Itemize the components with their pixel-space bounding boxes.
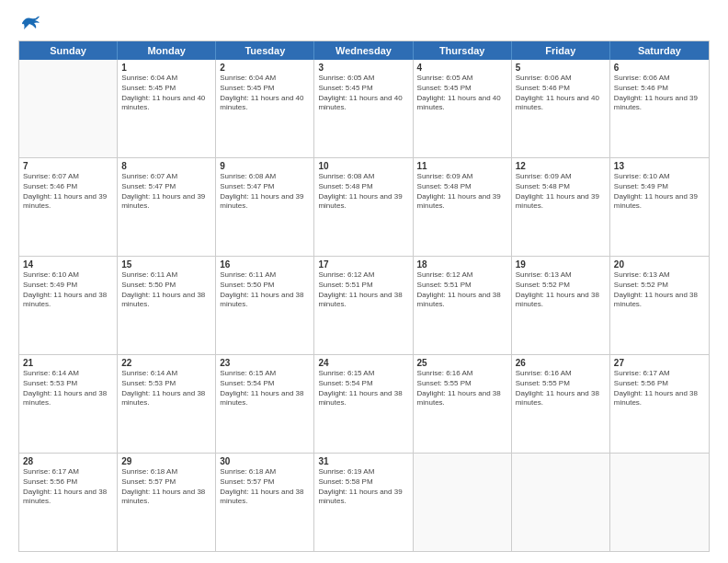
day-info: Sunrise: 6:09 AM Sunset: 5:48 PM Dayligh…	[516, 172, 606, 212]
day-info: Sunrise: 6:13 AM Sunset: 5:52 PM Dayligh…	[516, 270, 606, 310]
calendar-row: 28Sunrise: 6:17 AM Sunset: 5:56 PM Dayli…	[19, 453, 709, 551]
day-number: 29	[121, 456, 211, 466]
table-row: 19Sunrise: 6:13 AM Sunset: 5:52 PM Dayli…	[512, 257, 610, 354]
day-info: Sunrise: 6:12 AM Sunset: 5:51 PM Dayligh…	[417, 270, 507, 310]
table-row: 24Sunrise: 6:15 AM Sunset: 5:54 PM Dayli…	[314, 355, 413, 453]
day-number: 30	[220, 456, 310, 466]
page-header	[18, 15, 710, 31]
table-row: 8Sunrise: 6:07 AM Sunset: 5:47 PM Daylig…	[118, 158, 216, 256]
table-row: 16Sunrise: 6:11 AM Sunset: 5:50 PM Dayli…	[216, 257, 314, 354]
day-number: 14	[23, 259, 113, 270]
day-number: 19	[516, 259, 606, 270]
day-info: Sunrise: 6:07 AM Sunset: 5:47 PM Dayligh…	[121, 172, 211, 212]
table-row: 28Sunrise: 6:17 AM Sunset: 5:56 PM Dayli…	[19, 454, 118, 551]
table-row: 4Sunrise: 6:05 AM Sunset: 5:45 PM Daylig…	[414, 60, 512, 157]
table-row: 14Sunrise: 6:10 AM Sunset: 5:49 PM Dayli…	[19, 257, 118, 354]
day-of-week-header: Saturday	[610, 41, 709, 60]
day-number: 20	[614, 259, 705, 270]
table-row: 1Sunrise: 6:04 AM Sunset: 5:45 PM Daylig…	[118, 60, 216, 157]
day-of-week-header: Wednesday	[314, 41, 413, 60]
table-row: 7Sunrise: 6:07 AM Sunset: 5:46 PM Daylig…	[19, 158, 118, 256]
day-number: 27	[614, 358, 705, 368]
day-info: Sunrise: 6:18 AM Sunset: 5:57 PM Dayligh…	[220, 467, 310, 507]
day-number: 10	[318, 161, 408, 171]
day-number: 12	[516, 161, 606, 171]
day-number: 17	[318, 259, 408, 270]
day-of-week-header: Sunday	[19, 41, 118, 60]
day-info: Sunrise: 6:12 AM Sunset: 5:51 PM Dayligh…	[318, 270, 408, 310]
table-row: 22Sunrise: 6:14 AM Sunset: 5:53 PM Dayli…	[118, 355, 216, 453]
day-number: 24	[318, 358, 408, 368]
day-info: Sunrise: 6:14 AM Sunset: 5:53 PM Dayligh…	[121, 369, 211, 408]
day-number: 21	[23, 358, 113, 368]
calendar-row: 7Sunrise: 6:07 AM Sunset: 5:46 PM Daylig…	[19, 157, 709, 256]
day-number: 28	[23, 456, 113, 466]
day-of-week-header: Tuesday	[216, 41, 314, 60]
day-info: Sunrise: 6:15 AM Sunset: 5:54 PM Dayligh…	[318, 369, 408, 408]
day-info: Sunrise: 6:04 AM Sunset: 5:45 PM Dayligh…	[121, 74, 211, 113]
day-info: Sunrise: 6:11 AM Sunset: 5:50 PM Dayligh…	[220, 270, 310, 310]
table-row: 23Sunrise: 6:15 AM Sunset: 5:54 PM Dayli…	[216, 355, 314, 453]
calendar-row: 1Sunrise: 6:04 AM Sunset: 5:45 PM Daylig…	[19, 60, 709, 157]
day-info: Sunrise: 6:10 AM Sunset: 5:49 PM Dayligh…	[614, 172, 705, 212]
day-info: Sunrise: 6:19 AM Sunset: 5:58 PM Dayligh…	[318, 467, 408, 507]
day-number: 6	[614, 63, 705, 73]
table-row: 26Sunrise: 6:16 AM Sunset: 5:55 PM Dayli…	[512, 355, 610, 453]
day-number: 31	[318, 456, 408, 466]
day-info: Sunrise: 6:11 AM Sunset: 5:50 PM Dayligh…	[121, 270, 211, 310]
calendar-page: SundayMondayTuesdayWednesdayThursdayFrid…	[0, 0, 728, 563]
table-row: 13Sunrise: 6:10 AM Sunset: 5:49 PM Dayli…	[610, 158, 709, 256]
logo	[18, 15, 40, 31]
day-number: 13	[614, 161, 705, 171]
day-info: Sunrise: 6:08 AM Sunset: 5:48 PM Dayligh…	[318, 172, 408, 212]
table-row: 3Sunrise: 6:05 AM Sunset: 5:45 PM Daylig…	[314, 60, 413, 157]
day-number: 25	[417, 358, 507, 368]
day-info: Sunrise: 6:09 AM Sunset: 5:48 PM Dayligh…	[417, 172, 507, 212]
day-number: 1	[121, 63, 211, 73]
day-of-week-header: Thursday	[414, 41, 512, 60]
day-info: Sunrise: 6:13 AM Sunset: 5:52 PM Dayligh…	[614, 270, 705, 310]
day-number: 9	[220, 161, 310, 171]
day-info: Sunrise: 6:16 AM Sunset: 5:55 PM Dayligh…	[516, 369, 606, 408]
table-row: 6Sunrise: 6:06 AM Sunset: 5:46 PM Daylig…	[610, 60, 709, 157]
day-info: Sunrise: 6:08 AM Sunset: 5:47 PM Dayligh…	[220, 172, 310, 212]
calendar: SundayMondayTuesdayWednesdayThursdayFrid…	[18, 40, 710, 552]
table-row	[512, 454, 610, 551]
calendar-row: 14Sunrise: 6:10 AM Sunset: 5:49 PM Dayli…	[19, 256, 709, 354]
day-number: 7	[23, 161, 113, 171]
day-number: 16	[220, 259, 310, 270]
day-number: 2	[220, 63, 310, 73]
table-row: 2Sunrise: 6:04 AM Sunset: 5:45 PM Daylig…	[216, 60, 314, 157]
table-row: 27Sunrise: 6:17 AM Sunset: 5:56 PM Dayli…	[610, 355, 709, 453]
day-info: Sunrise: 6:05 AM Sunset: 5:45 PM Dayligh…	[318, 74, 408, 113]
table-row: 9Sunrise: 6:08 AM Sunset: 5:47 PM Daylig…	[216, 158, 314, 256]
calendar-header: SundayMondayTuesdayWednesdayThursdayFrid…	[19, 41, 709, 60]
day-number: 26	[516, 358, 606, 368]
day-info: Sunrise: 6:16 AM Sunset: 5:55 PM Dayligh…	[417, 369, 507, 408]
day-of-week-header: Friday	[512, 41, 610, 60]
day-info: Sunrise: 6:18 AM Sunset: 5:57 PM Dayligh…	[121, 467, 211, 507]
calendar-body: 1Sunrise: 6:04 AM Sunset: 5:45 PM Daylig…	[19, 60, 709, 551]
day-info: Sunrise: 6:10 AM Sunset: 5:49 PM Dayligh…	[23, 270, 113, 310]
day-number: 22	[121, 358, 211, 368]
day-info: Sunrise: 6:17 AM Sunset: 5:56 PM Dayligh…	[614, 369, 705, 408]
day-number: 15	[121, 259, 211, 270]
table-row: 12Sunrise: 6:09 AM Sunset: 5:48 PM Dayli…	[512, 158, 610, 256]
table-row: 20Sunrise: 6:13 AM Sunset: 5:52 PM Dayli…	[610, 257, 709, 354]
day-info: Sunrise: 6:04 AM Sunset: 5:45 PM Dayligh…	[220, 74, 310, 113]
table-row: 10Sunrise: 6:08 AM Sunset: 5:48 PM Dayli…	[314, 158, 413, 256]
table-row	[19, 60, 118, 157]
day-number: 5	[516, 63, 606, 73]
day-info: Sunrise: 6:06 AM Sunset: 5:46 PM Dayligh…	[516, 74, 606, 113]
table-row: 17Sunrise: 6:12 AM Sunset: 5:51 PM Dayli…	[314, 257, 413, 354]
table-row: 25Sunrise: 6:16 AM Sunset: 5:55 PM Dayli…	[414, 355, 512, 453]
table-row: 29Sunrise: 6:18 AM Sunset: 5:57 PM Dayli…	[118, 454, 216, 551]
day-number: 11	[417, 161, 507, 171]
logo-bird-icon	[20, 15, 40, 31]
table-row: 30Sunrise: 6:18 AM Sunset: 5:57 PM Dayli…	[216, 454, 314, 551]
day-number: 23	[220, 358, 310, 368]
table-row: 31Sunrise: 6:19 AM Sunset: 5:58 PM Dayli…	[314, 454, 413, 551]
table-row	[414, 454, 512, 551]
table-row: 15Sunrise: 6:11 AM Sunset: 5:50 PM Dayli…	[118, 257, 216, 354]
day-number: 3	[318, 63, 408, 73]
